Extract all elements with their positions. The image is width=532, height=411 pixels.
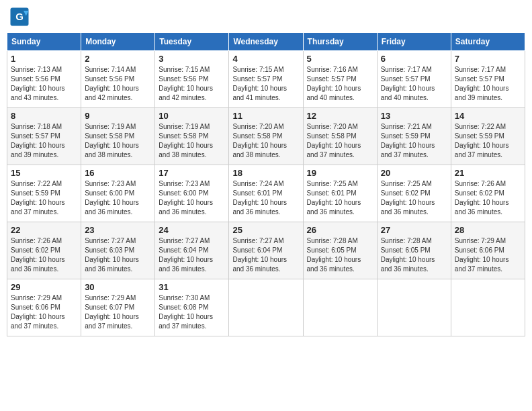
day-number: 17 — [159, 168, 225, 178]
day-number: 23 — [85, 225, 151, 235]
day-info: Sunrise: 7:25 AM Sunset: 6:01 PM Dayligh… — [307, 179, 373, 217]
calendar-header-tuesday: Tuesday — [155, 33, 229, 51]
day-info: Sunrise: 7:24 AM Sunset: 6:01 PM Dayligh… — [232, 179, 299, 217]
calendar-day-14: 14Sunrise: 7:22 AM Sunset: 5:59 PM Dayli… — [451, 108, 525, 165]
day-info: Sunrise: 7:14 AM Sunset: 5:56 PM Dayligh… — [85, 65, 151, 103]
calendar-day-30: 30Sunrise: 7:29 AM Sunset: 6:07 PM Dayli… — [81, 279, 155, 336]
day-number: 19 — [307, 168, 373, 178]
calendar-day-20: 20Sunrise: 7:25 AM Sunset: 6:02 PM Dayli… — [377, 165, 451, 222]
calendar-week-4: 22Sunrise: 7:26 AM Sunset: 6:02 PM Dayli… — [7, 222, 525, 279]
day-info: Sunrise: 7:28 AM Sunset: 6:05 PM Dayligh… — [381, 236, 447, 274]
day-info: Sunrise: 7:28 AM Sunset: 6:05 PM Dayligh… — [307, 236, 373, 274]
day-info: Sunrise: 7:27 AM Sunset: 6:03 PM Dayligh… — [85, 236, 151, 274]
calendar-day-5: 5Sunrise: 7:16 AM Sunset: 5:57 PM Daylig… — [303, 51, 377, 108]
calendar-day-7: 7Sunrise: 7:17 AM Sunset: 5:57 PM Daylig… — [451, 51, 525, 108]
day-info: Sunrise: 7:29 AM Sunset: 6:07 PM Dayligh… — [85, 293, 151, 331]
empty-cell — [377, 279, 451, 336]
day-number: 27 — [381, 225, 447, 235]
day-number: 10 — [159, 111, 225, 121]
day-number: 5 — [307, 54, 373, 64]
day-number: 4 — [232, 54, 299, 64]
day-info: Sunrise: 7:25 AM Sunset: 6:02 PM Dayligh… — [381, 179, 447, 217]
day-info: Sunrise: 7:21 AM Sunset: 5:59 PM Dayligh… — [381, 122, 447, 160]
day-number: 15 — [11, 168, 77, 178]
day-info: Sunrise: 7:23 AM Sunset: 6:00 PM Dayligh… — [85, 179, 151, 217]
day-number: 16 — [85, 168, 151, 178]
day-info: Sunrise: 7:27 AM Sunset: 6:04 PM Dayligh… — [232, 236, 299, 274]
day-info: Sunrise: 7:20 AM Sunset: 5:58 PM Dayligh… — [307, 122, 373, 160]
day-info: Sunrise: 7:22 AM Sunset: 5:59 PM Dayligh… — [11, 179, 77, 217]
calendar-day-31: 31Sunrise: 7:30 AM Sunset: 6:08 PM Dayli… — [155, 279, 229, 336]
day-info: Sunrise: 7:18 AM Sunset: 5:57 PM Dayligh… — [11, 122, 77, 160]
empty-cell — [229, 279, 303, 336]
day-number: 3 — [159, 54, 225, 64]
day-number: 7 — [455, 54, 521, 64]
day-info: Sunrise: 7:27 AM Sunset: 6:04 PM Dayligh… — [159, 236, 225, 274]
day-info: Sunrise: 7:17 AM Sunset: 5:57 PM Dayligh… — [455, 65, 521, 103]
calendar-day-11: 11Sunrise: 7:20 AM Sunset: 5:58 PM Dayli… — [229, 108, 303, 165]
day-info: Sunrise: 7:20 AM Sunset: 5:58 PM Dayligh… — [232, 122, 299, 160]
calendar-day-19: 19Sunrise: 7:25 AM Sunset: 6:01 PM Dayli… — [303, 165, 377, 222]
calendar-day-22: 22Sunrise: 7:26 AM Sunset: 6:02 PM Dayli… — [7, 222, 81, 279]
day-number: 30 — [85, 282, 151, 292]
svg-text:G: G — [15, 11, 24, 22]
calendar-week-3: 15Sunrise: 7:22 AM Sunset: 5:59 PM Dayli… — [7, 165, 525, 222]
day-info: Sunrise: 7:13 AM Sunset: 5:56 PM Dayligh… — [11, 65, 77, 103]
day-info: Sunrise: 7:26 AM Sunset: 6:02 PM Dayligh… — [455, 179, 521, 217]
calendar-day-10: 10Sunrise: 7:19 AM Sunset: 5:58 PM Dayli… — [155, 108, 229, 165]
day-number: 6 — [381, 54, 447, 64]
day-number: 21 — [455, 168, 521, 178]
day-number: 9 — [85, 111, 151, 121]
day-info: Sunrise: 7:17 AM Sunset: 5:57 PM Dayligh… — [381, 65, 447, 103]
day-number: 29 — [11, 282, 77, 292]
day-info: Sunrise: 7:29 AM Sunset: 6:06 PM Dayligh… — [11, 293, 77, 331]
calendar-day-16: 16Sunrise: 7:23 AM Sunset: 6:00 PM Dayli… — [81, 165, 155, 222]
calendar-day-29: 29Sunrise: 7:29 AM Sunset: 6:06 PM Dayli… — [7, 279, 81, 336]
day-number: 22 — [11, 225, 77, 235]
calendar-day-3: 3Sunrise: 7:15 AM Sunset: 5:56 PM Daylig… — [155, 51, 229, 108]
calendar-day-28: 28Sunrise: 7:29 AM Sunset: 6:06 PM Dayli… — [451, 222, 525, 279]
calendar-day-6: 6Sunrise: 7:17 AM Sunset: 5:57 PM Daylig… — [377, 51, 451, 108]
day-info: Sunrise: 7:26 AM Sunset: 6:02 PM Dayligh… — [11, 236, 77, 274]
calendar-week-1: 1Sunrise: 7:13 AM Sunset: 5:56 PM Daylig… — [7, 51, 525, 108]
calendar-day-21: 21Sunrise: 7:26 AM Sunset: 6:02 PM Dayli… — [451, 165, 525, 222]
empty-cell — [303, 279, 377, 336]
calendar-day-25: 25Sunrise: 7:27 AM Sunset: 6:04 PM Dayli… — [229, 222, 303, 279]
logo: G — [9, 7, 32, 27]
calendar-day-15: 15Sunrise: 7:22 AM Sunset: 5:59 PM Dayli… — [7, 165, 81, 222]
calendar-week-5: 29Sunrise: 7:29 AM Sunset: 6:06 PM Dayli… — [7, 279, 525, 336]
logo-icon: G — [9, 7, 30, 27]
calendar-day-26: 26Sunrise: 7:28 AM Sunset: 6:05 PM Dayli… — [303, 222, 377, 279]
calendar-day-13: 13Sunrise: 7:21 AM Sunset: 5:59 PM Dayli… — [377, 108, 451, 165]
calendar-table: SundayMondayTuesdayWednesdayThursdayFrid… — [7, 32, 525, 336]
page-header: G — [7, 7, 525, 27]
day-number: 2 — [85, 54, 151, 64]
day-info: Sunrise: 7:22 AM Sunset: 5:59 PM Dayligh… — [455, 122, 521, 160]
calendar-day-1: 1Sunrise: 7:13 AM Sunset: 5:56 PM Daylig… — [7, 51, 81, 108]
day-info: Sunrise: 7:30 AM Sunset: 6:08 PM Dayligh… — [159, 293, 225, 331]
calendar-week-2: 8Sunrise: 7:18 AM Sunset: 5:57 PM Daylig… — [7, 108, 525, 165]
day-number: 26 — [307, 225, 373, 235]
calendar-day-8: 8Sunrise: 7:18 AM Sunset: 5:57 PM Daylig… — [7, 108, 81, 165]
day-number: 1 — [11, 54, 77, 64]
day-number: 12 — [307, 111, 373, 121]
calendar-header-thursday: Thursday — [303, 33, 377, 51]
calendar-day-4: 4Sunrise: 7:15 AM Sunset: 5:57 PM Daylig… — [229, 51, 303, 108]
day-number: 14 — [455, 111, 521, 121]
day-number: 18 — [232, 168, 299, 178]
calendar-header-wednesday: Wednesday — [229, 33, 303, 51]
day-info: Sunrise: 7:19 AM Sunset: 5:58 PM Dayligh… — [159, 122, 225, 160]
day-info: Sunrise: 7:16 AM Sunset: 5:57 PM Dayligh… — [307, 65, 373, 103]
day-number: 28 — [455, 225, 521, 235]
day-number: 24 — [159, 225, 225, 235]
calendar-header-row: SundayMondayTuesdayWednesdayThursdayFrid… — [7, 33, 525, 51]
day-number: 20 — [381, 168, 447, 178]
day-info: Sunrise: 7:19 AM Sunset: 5:58 PM Dayligh… — [85, 122, 151, 160]
calendar-day-12: 12Sunrise: 7:20 AM Sunset: 5:58 PM Dayli… — [303, 108, 377, 165]
day-number: 11 — [232, 111, 299, 121]
calendar-day-9: 9Sunrise: 7:19 AM Sunset: 5:58 PM Daylig… — [81, 108, 155, 165]
calendar-day-27: 27Sunrise: 7:28 AM Sunset: 6:05 PM Dayli… — [377, 222, 451, 279]
day-number: 25 — [232, 225, 299, 235]
calendar-day-2: 2Sunrise: 7:14 AM Sunset: 5:56 PM Daylig… — [81, 51, 155, 108]
calendar-header-friday: Friday — [377, 33, 451, 51]
